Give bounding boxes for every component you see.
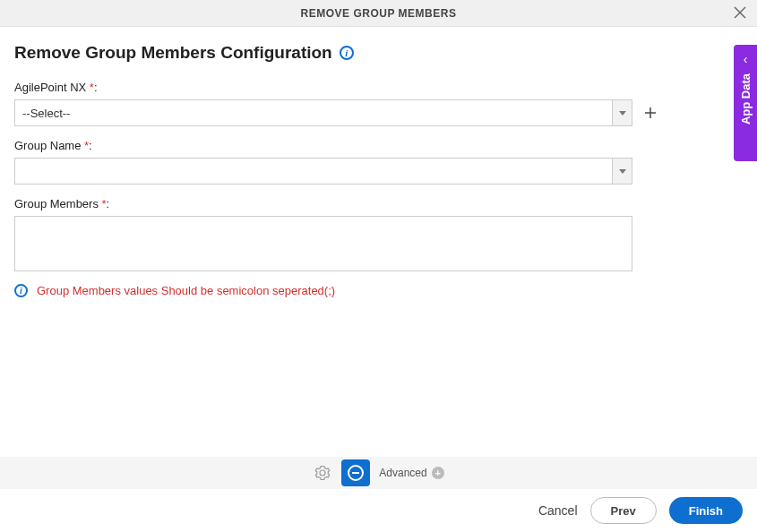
action-bar: Cancel Prev Finish bbox=[0, 489, 757, 532]
plus-icon bbox=[643, 106, 658, 120]
hint-row: i Group Members values Should be semicol… bbox=[14, 284, 743, 297]
group-members-label: Group Members *: bbox=[14, 197, 743, 210]
app-data-tab-label: App Data bbox=[739, 73, 753, 124]
required-marker: * bbox=[102, 197, 107, 210]
info-icon: i bbox=[14, 284, 28, 297]
group-name-select-caret[interactable] bbox=[612, 159, 632, 184]
close-icon bbox=[734, 6, 746, 19]
group-name-select-value bbox=[15, 159, 612, 184]
advanced-toggle[interactable]: Advanced + bbox=[379, 467, 443, 479]
settings-button[interactable] bbox=[313, 463, 332, 483]
agilepoint-label: AgilePoint NX *: bbox=[14, 81, 743, 94]
field-group-name: Group Name *: bbox=[14, 139, 743, 184]
advanced-label: Advanced bbox=[379, 467, 426, 479]
hint-text: Group Members values Should be semicolon… bbox=[37, 284, 335, 297]
info-icon[interactable]: i bbox=[340, 46, 354, 60]
chevron-left-icon: ‹ bbox=[744, 52, 748, 66]
add-agilepoint-button[interactable] bbox=[641, 104, 659, 122]
group-name-label: Group Name *: bbox=[14, 139, 743, 152]
required-marker: * bbox=[84, 139, 89, 152]
agilepoint-select[interactable]: --Select-- bbox=[14, 99, 632, 126]
group-members-textarea[interactable] bbox=[14, 216, 632, 271]
group-name-select[interactable] bbox=[14, 158, 632, 184]
form-area: AgilePoint NX *: --Select-- Group Name *… bbox=[0, 70, 757, 297]
app-data-tab[interactable]: ‹ App Data bbox=[734, 45, 757, 161]
collapse-button[interactable] bbox=[341, 459, 370, 486]
page-title-row: Remove Group Members Configuration i bbox=[0, 27, 757, 70]
finish-button[interactable]: Finish bbox=[669, 497, 743, 524]
prev-button[interactable]: Prev bbox=[590, 497, 657, 524]
dialog-title: REMOVE GROUP MEMBERS bbox=[301, 7, 457, 20]
chevron-down-icon bbox=[619, 111, 626, 116]
minus-circle-icon bbox=[348, 465, 364, 481]
cancel-button[interactable]: Cancel bbox=[538, 503, 578, 518]
plus-circle-icon: + bbox=[432, 467, 444, 479]
chevron-down-icon bbox=[619, 169, 626, 174]
agilepoint-select-caret[interactable] bbox=[612, 100, 632, 125]
field-group-members: Group Members *: i Group Members values … bbox=[14, 197, 743, 297]
page-title: Remove Group Members Configuration bbox=[14, 43, 332, 63]
gear-icon bbox=[314, 465, 331, 481]
dialog-header: REMOVE GROUP MEMBERS bbox=[0, 0, 757, 27]
close-button[interactable] bbox=[734, 5, 746, 21]
field-agilepoint: AgilePoint NX *: --Select-- bbox=[14, 81, 743, 126]
agilepoint-select-value: --Select-- bbox=[15, 100, 612, 125]
footer-toolbar: Advanced + bbox=[0, 457, 757, 489]
required-marker: * bbox=[90, 81, 94, 94]
